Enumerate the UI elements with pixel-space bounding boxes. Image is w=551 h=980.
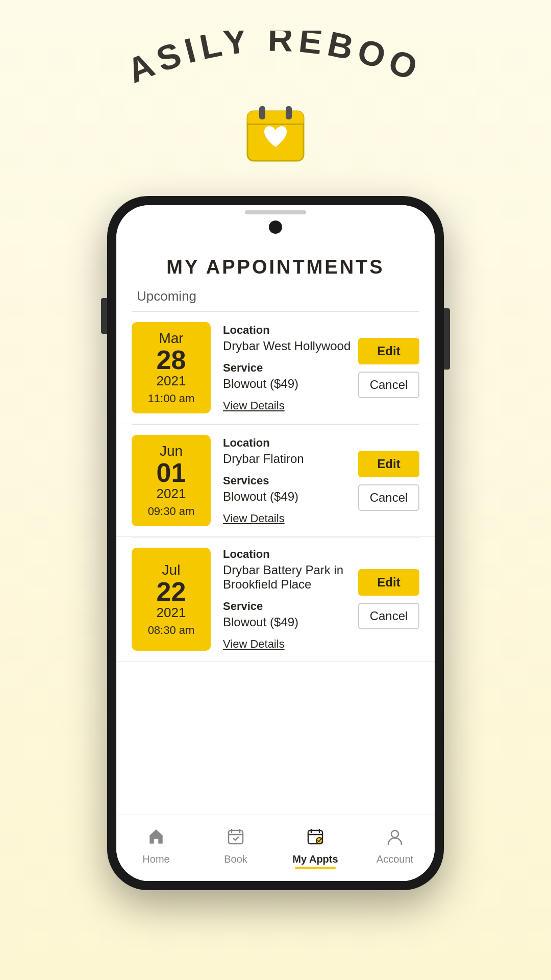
page-title: MY APPOINTMENTS [116, 241, 435, 288]
phone-mockup: MY APPOINTMENTS Upcoming Mar 28 2021 11:… [107, 196, 444, 900]
my-appts-icon [306, 827, 324, 850]
appt-details-1: Location Drybar West Hollywood Service B… [223, 322, 351, 413]
date-box-3: Jul 22 2021 08:30 am [132, 548, 211, 651]
view-details-2[interactable]: View Details [223, 512, 351, 525]
nav-item-account[interactable]: Account [355, 827, 435, 869]
location-value-3: Drybar Battery Park in Brookfield Place [223, 563, 351, 592]
service-label-3: Service [223, 600, 351, 613]
home-icon [147, 827, 165, 850]
phone-notch [116, 205, 435, 241]
date-month-1: Mar [159, 330, 183, 347]
nav-item-home[interactable]: Home [116, 827, 196, 869]
appt-details-3: Location Drybar Battery Park in Brookfie… [223, 548, 351, 651]
location-label-1: Location [223, 324, 351, 337]
cancel-button-2[interactable]: Cancel [358, 484, 419, 511]
book-icon [227, 827, 245, 850]
date-box-1: Mar 28 2021 11:00 am [132, 322, 211, 413]
hero-title-container: EASILY REBOOK [97, 31, 454, 97]
svg-text:EASILY REBOOK: EASILY REBOOK [97, 31, 428, 90]
cancel-button-1[interactable]: Cancel [358, 372, 419, 398]
svg-rect-4 [247, 124, 304, 125]
appointment-card-3: Jul 22 2021 08:30 am Location Drybar Bat… [116, 537, 435, 662]
service-label-2: Services [223, 474, 351, 487]
svg-rect-5 [259, 106, 265, 119]
nav-label-book: Book [224, 853, 247, 865]
hero-title: EASILY REBOOK [97, 31, 428, 90]
location-label-3: Location [223, 548, 351, 561]
phone-screen: MY APPOINTMENTS Upcoming Mar 28 2021 11:… [116, 205, 435, 881]
nav-active-indicator [295, 867, 336, 869]
date-time-1: 11:00 am [148, 392, 195, 405]
nav-item-book[interactable]: Book [196, 827, 276, 869]
date-box-2: Jun 01 2021 09:30 am [132, 435, 211, 526]
location-value-1: Drybar West Hollywood [223, 339, 351, 353]
phone-outer-frame: MY APPOINTMENTS Upcoming Mar 28 2021 11:… [107, 196, 444, 890]
edit-button-2[interactable]: Edit [358, 451, 419, 477]
appointments-list: Mar 28 2021 11:00 am Location Drybar Wes… [116, 312, 435, 815]
date-year-1: 2021 [157, 373, 186, 389]
calendar-icon [245, 102, 306, 165]
nav-item-my-appts[interactable]: My Appts [276, 827, 355, 869]
appt-actions-1: Edit Cancel [358, 322, 419, 413]
location-label-2: Location [223, 436, 351, 450]
service-value-2: Blowout ($49) [223, 489, 351, 504]
service-value-3: Blowout ($49) [223, 615, 351, 629]
service-value-1: Blowout ($49) [223, 377, 351, 391]
front-camera [269, 220, 282, 234]
account-icon [386, 827, 404, 850]
date-day-3: 22 [157, 578, 186, 605]
edit-button-3[interactable]: Edit [358, 569, 419, 596]
location-value-2: Drybar Flatiron [223, 452, 351, 466]
appointment-card-1: Mar 28 2021 11:00 am Location Drybar Wes… [116, 312, 435, 424]
date-time-3: 08:30 am [148, 624, 195, 637]
date-year-2: 2021 [157, 486, 186, 502]
nav-label-my-appts: My Appts [292, 853, 338, 865]
nav-label-home: Home [142, 853, 169, 865]
svg-rect-7 [229, 830, 243, 844]
edit-button-1[interactable]: Edit [358, 338, 419, 364]
view-details-3[interactable]: View Details [223, 638, 351, 651]
date-day-2: 01 [157, 459, 186, 486]
appt-actions-2: Edit Cancel [358, 435, 419, 526]
appt-actions-3: Edit Cancel [358, 548, 419, 651]
appointment-card-2: Jun 01 2021 09:30 am Location Drybar Fla… [116, 425, 435, 537]
top-section: EASILY REBOOK [0, 0, 551, 196]
view-details-1[interactable]: View Details [223, 399, 351, 412]
cancel-button-3[interactable]: Cancel [358, 603, 419, 629]
service-label-1: Service [223, 361, 351, 375]
appt-details-2: Location Drybar Flatiron Services Blowou… [223, 435, 351, 526]
app-content: MY APPOINTMENTS Upcoming Mar 28 2021 11:… [116, 241, 435, 881]
bottom-nav: Home Book [116, 815, 435, 881]
svg-rect-6 [286, 106, 292, 119]
svg-rect-3 [247, 117, 304, 122]
date-month-2: Jun [160, 443, 183, 459]
date-month-3: Jul [162, 562, 181, 578]
date-year-3: 2021 [157, 605, 186, 621]
date-day-1: 28 [157, 347, 186, 373]
nav-label-account: Account [377, 853, 413, 865]
date-time-2: 09:30 am [148, 505, 195, 518]
svg-point-10 [391, 830, 398, 838]
section-upcoming-label: Upcoming [116, 288, 435, 311]
notch-bar [245, 210, 306, 214]
